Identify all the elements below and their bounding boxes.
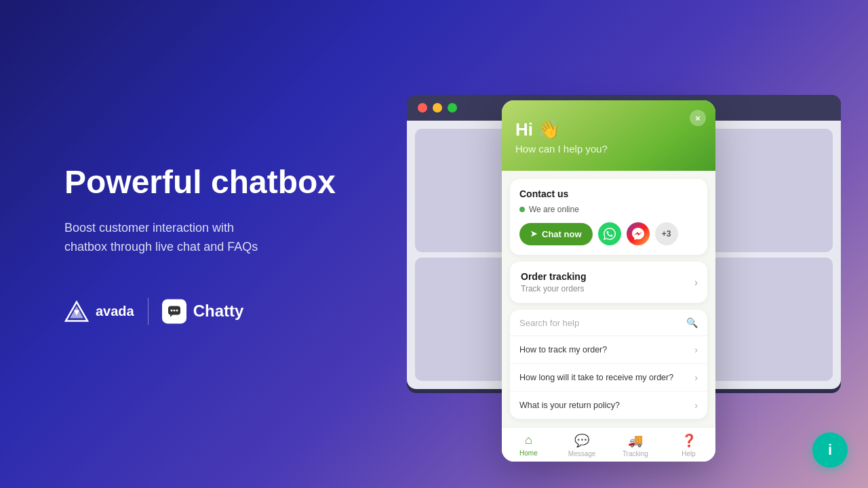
search-row: Search for help 🔍 bbox=[510, 310, 707, 336]
online-text: We are online bbox=[529, 205, 579, 214]
faq-text-2: How long will it take to receive my orde… bbox=[519, 373, 673, 382]
brand-divider bbox=[148, 298, 149, 325]
chat-now-label: Chat now bbox=[542, 229, 582, 239]
nav-help-label: Help bbox=[682, 450, 696, 458]
nav-message-label: Message bbox=[568, 450, 596, 458]
avada-label: avada bbox=[96, 304, 134, 319]
dot-red bbox=[418, 103, 427, 113]
sub-text: Boost customer interaction withchatbox t… bbox=[64, 218, 390, 258]
nav-message[interactable]: 💬 Message bbox=[555, 433, 609, 458]
widget-body: Contact us We are online ➤ Chat now bbox=[502, 171, 715, 427]
brand-area: avada Chatty bbox=[64, 298, 390, 325]
info-button[interactable]: i bbox=[812, 432, 848, 468]
chat-widget: × Hi 👋 How can I help you? Contact us We… bbox=[502, 100, 715, 462]
messenger-button[interactable] bbox=[627, 222, 650, 245]
faq-item-3[interactable]: What is your return policy? › bbox=[510, 392, 707, 419]
faq-text-3: What is your return policy? bbox=[519, 401, 620, 410]
main-heading: Powerful chatbox bbox=[64, 163, 390, 202]
browser-content: × Hi 👋 How can I help you? Contact us We… bbox=[407, 121, 841, 389]
nav-tracking[interactable]: 🚚 Tracking bbox=[609, 433, 663, 458]
dot-yellow bbox=[433, 103, 442, 113]
nav-help[interactable]: ❓ Help bbox=[662, 433, 715, 458]
whatsapp-icon bbox=[604, 228, 616, 240]
more-channels-button[interactable]: +3 bbox=[655, 222, 678, 245]
nav-home[interactable]: ⌂ Home bbox=[502, 433, 555, 458]
dot-green bbox=[448, 103, 457, 113]
svg-point-6 bbox=[176, 310, 178, 312]
widget-header: × Hi 👋 How can I help you? bbox=[502, 100, 715, 171]
chat-now-button[interactable]: ➤ Chat now bbox=[519, 223, 593, 245]
chatty-icon bbox=[167, 304, 182, 319]
nav-home-label: Home bbox=[519, 449, 538, 457]
avada-icon bbox=[64, 300, 89, 324]
faq-chevron-2: › bbox=[694, 372, 698, 383]
faq-text-1: How to track my order? bbox=[519, 345, 607, 354]
chatty-logo: Chatty bbox=[162, 300, 244, 324]
online-indicator: We are online bbox=[519, 205, 698, 214]
online-dot bbox=[519, 207, 525, 212]
search-icon[interactable]: 🔍 bbox=[686, 317, 698, 328]
avada-logo: avada bbox=[64, 300, 134, 324]
browser-window: × Hi 👋 How can I help you? Contact us We… bbox=[407, 95, 841, 393]
order-tracking-title: Order tracking bbox=[521, 271, 586, 282]
help-icon: ❓ bbox=[682, 433, 696, 448]
svg-point-4 bbox=[170, 310, 172, 312]
chatty-bubble-icon bbox=[162, 300, 186, 324]
widget-nav: ⌂ Home 💬 Message 🚚 Tracking ❓ Help bbox=[502, 427, 715, 462]
order-tracking-card[interactable]: Order tracking Track your orders › bbox=[510, 262, 707, 303]
faq-chevron-1: › bbox=[694, 344, 698, 355]
contact-card: Contact us We are online ➤ Chat now bbox=[510, 179, 707, 255]
message-icon: 💬 bbox=[574, 433, 589, 448]
widget-greeting: Hi 👋 bbox=[515, 119, 702, 140]
left-panel: Powerful chatbox Boost customer interact… bbox=[64, 163, 390, 325]
home-icon: ⌂ bbox=[525, 433, 532, 447]
widget-subtitle: How can I help you? bbox=[515, 143, 702, 155]
svg-point-5 bbox=[173, 310, 175, 312]
tracking-icon: 🚚 bbox=[628, 433, 643, 448]
chevron-right-icon: › bbox=[694, 277, 698, 289]
contact-title: Contact us bbox=[519, 188, 698, 199]
faq-item-1[interactable]: How to track my order? › bbox=[510, 336, 707, 364]
faq-chevron-3: › bbox=[694, 400, 698, 411]
close-button[interactable]: × bbox=[690, 110, 706, 126]
search-faq-area: Search for help 🔍 How to track my order?… bbox=[510, 310, 707, 419]
nav-tracking-label: Tracking bbox=[623, 450, 648, 458]
contact-actions: ➤ Chat now bbox=[519, 222, 698, 245]
search-placeholder: Search for help bbox=[519, 318, 686, 328]
order-info: Order tracking Track your orders bbox=[521, 271, 586, 293]
whatsapp-button[interactable] bbox=[598, 222, 621, 245]
chatty-label: Chatty bbox=[193, 302, 244, 321]
messenger-icon bbox=[632, 228, 644, 240]
send-icon: ➤ bbox=[530, 229, 537, 239]
faq-item-2[interactable]: How long will it take to receive my orde… bbox=[510, 364, 707, 392]
order-tracking-subtitle: Track your orders bbox=[521, 284, 586, 293]
